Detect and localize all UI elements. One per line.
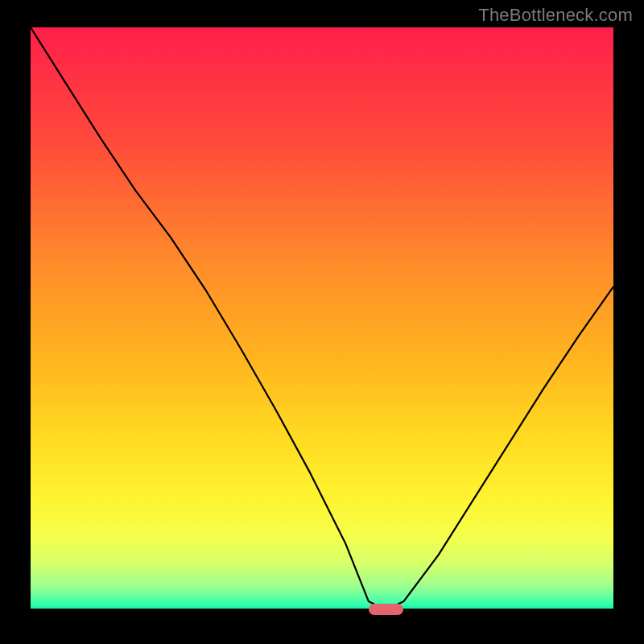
optimal-range-marker xyxy=(369,604,403,615)
plot-area xyxy=(31,27,613,610)
chart-root: TheBottleneck.com xyxy=(0,0,644,644)
chart-svg xyxy=(31,27,613,610)
gradient-background xyxy=(31,27,613,610)
watermark-text: TheBottleneck.com xyxy=(478,5,633,26)
